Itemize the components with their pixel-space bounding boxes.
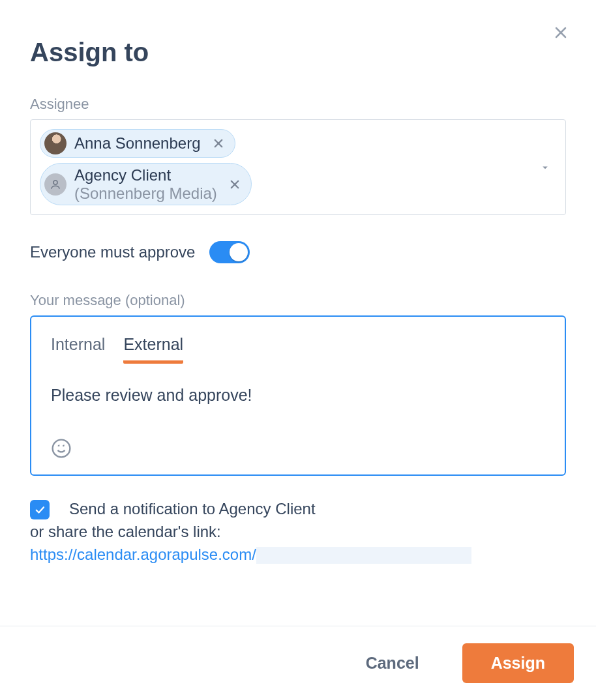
avatar [44, 132, 67, 154]
remove-assignee-icon[interactable] [213, 138, 224, 149]
everyone-approve-toggle[interactable] [209, 241, 250, 263]
assignee-label: Assignee [30, 96, 566, 113]
message-editor[interactable]: Internal External Please review and appr… [30, 315, 566, 476]
chevron-down-icon[interactable] [539, 120, 551, 214]
cancel-button[interactable]: Cancel [362, 653, 423, 673]
assignee-select[interactable]: Anna Sonnenberg Agency Client (Sonnenber… [30, 119, 566, 215]
tab-internal[interactable]: Internal [51, 335, 105, 364]
svg-point-4 [53, 181, 57, 184]
message-label: Your message (optional) [30, 292, 566, 309]
notify-text: Send a notification to Agency Client [69, 498, 316, 521]
assignee-name: Agency Client [74, 166, 217, 184]
calendar-link[interactable]: https://calendar.agorapulse.com/ [30, 546, 256, 563]
assignee-chip: Anna Sonnenberg [40, 129, 235, 158]
modal-title: Assign to [30, 38, 566, 67]
remove-assignee-icon[interactable] [229, 179, 241, 190]
person-icon [44, 173, 67, 196]
emoji-icon[interactable] [51, 438, 72, 459]
notify-checkbox[interactable] [30, 500, 50, 519]
assignee-sub: (Sonnenberg Media) [74, 184, 217, 203]
message-text[interactable]: Please review and approve! [51, 386, 545, 425]
tab-external[interactable]: External [123, 335, 183, 364]
modal-footer: Cancel Assign [0, 626, 596, 700]
svg-point-7 [53, 440, 70, 458]
assignee-name: Anna Sonnenberg [74, 134, 201, 153]
assign-button[interactable]: Assign [462, 643, 574, 683]
everyone-approve-label: Everyone must approve [30, 243, 195, 261]
redacted-link-segment [256, 547, 471, 564]
share-link-text: or share the calendar's link: https://ca… [30, 521, 566, 566]
close-icon[interactable] [553, 25, 569, 40]
assignee-chip: Agency Client (Sonnenberg Media) [40, 163, 252, 205]
